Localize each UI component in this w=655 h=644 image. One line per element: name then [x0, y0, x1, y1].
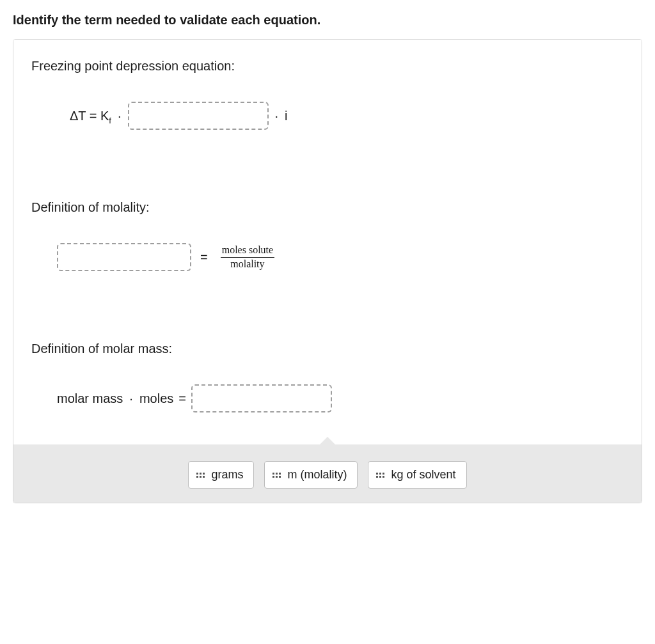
eq-equals-2: =: [178, 391, 186, 406]
question-panel: Freezing point depression equation: ΔT =…: [13, 39, 642, 503]
drop-target-molar-mass[interactable]: [191, 384, 332, 412]
eq-molar-mass: molar mass: [57, 391, 123, 406]
instruction-text: Identify the term needed to validate eac…: [13, 13, 642, 27]
option-label: kg of solvent: [391, 468, 455, 482]
drag-handle-icon: [196, 473, 205, 478]
drop-target-freezing[interactable]: [128, 102, 269, 130]
section-label: Freezing point depression equation:: [31, 59, 624, 74]
eq-moles: moles: [139, 391, 173, 406]
eq-equals: =: [200, 250, 208, 265]
section-label: Definition of molar mass:: [31, 342, 624, 356]
drag-handle-icon: [272, 473, 281, 478]
eq-prefix: ΔT = K: [70, 109, 109, 123]
section-molar-mass: Definition of molar mass: molar mass · m…: [31, 342, 624, 412]
eq-suffix-i: i: [285, 109, 287, 123]
fraction-numerator: moles solute: [221, 244, 274, 257]
tray-arrow-icon: [319, 437, 336, 446]
fraction-molality: moles solute molality: [221, 244, 274, 270]
option-label: grams: [211, 468, 243, 482]
content-area: Freezing point depression equation: ΔT =…: [13, 40, 642, 444]
eq-subscript-f: f: [109, 116, 111, 125]
eq-dot-3: ·: [129, 391, 133, 406]
section-label: Definition of molality:: [31, 200, 624, 215]
section-molality: Definition of molality: = moles solute m…: [31, 200, 624, 271]
equation-row-molality: = moles solute molality: [31, 243, 624, 271]
option-grams[interactable]: grams: [188, 461, 254, 489]
drop-target-molality[interactable]: [57, 243, 191, 271]
eq-dot-1: ·: [118, 109, 122, 123]
drag-handle-icon: [376, 473, 384, 478]
eq-text-delta-t-kf: ΔT = Kf: [70, 109, 111, 123]
eq-dot-2: ·: [275, 109, 279, 123]
option-label: m (molality): [287, 468, 347, 482]
equation-row-molar-mass: molar mass · moles =: [31, 384, 624, 412]
section-freezing-point: Freezing point depression equation: ΔT =…: [31, 59, 624, 130]
option-molality[interactable]: m (molality): [264, 461, 358, 489]
option-kg-solvent[interactable]: kg of solvent: [368, 461, 466, 489]
equation-row-freezing: ΔT = Kf · · i: [31, 102, 624, 130]
fraction-denominator: molality: [230, 258, 264, 270]
answer-tray: grams m (molality) kg of solvent: [13, 444, 642, 503]
